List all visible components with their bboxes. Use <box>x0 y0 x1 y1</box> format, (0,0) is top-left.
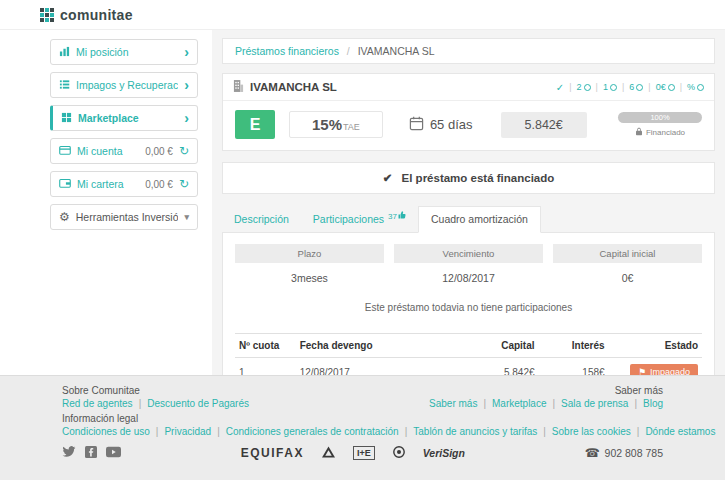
breadcrumb-current: IVAMANCHA SL <box>358 45 435 57</box>
footer-link-red-de-agentes[interactable]: Red de agentes <box>62 398 133 409</box>
loan-summary: E 15% TAE 65 días 5.842€ 100% <box>223 101 714 150</box>
separator: | <box>634 398 637 409</box>
stat-comments[interactable]: 2 <box>577 82 591 92</box>
sidebar-item-mi-cuenta[interactable]: Mi cuenta 0,00 € ↻ <box>50 138 198 164</box>
sidebar-item-label: Mi cuenta <box>77 145 139 157</box>
rate-box: 15% TAE <box>289 111 383 138</box>
footer-link-sala-de-prensa[interactable]: Sala de prensa <box>561 398 628 409</box>
stat-participants[interactable]: 6 <box>629 82 643 92</box>
youtube-icon[interactable] <box>106 446 121 460</box>
status-badge-impagado[interactable]: ⚑ Impagado <box>630 364 698 375</box>
grid-icon <box>61 112 72 125</box>
facebook-icon[interactable] <box>85 446 97 460</box>
sidebar-item-mi-posicion[interactable]: Mi posición › <box>50 39 198 65</box>
tab-participaciones[interactable]: Participaciones 37 <box>301 206 418 233</box>
progress-bar: 100% <box>618 112 702 123</box>
separator: | <box>622 82 624 92</box>
rate-label: TAE <box>343 122 360 132</box>
breadcrumb-link-prestamos[interactable]: Préstamos financieros <box>235 45 339 57</box>
footer-about-links: Red de agentes | Descuento de Pagarés <box>62 398 249 409</box>
no-participations-message: Este préstamo todavia no tiene participa… <box>235 302 702 313</box>
rating-badge: E <box>235 110 275 139</box>
footer-link-saber-mas[interactable]: Saber más <box>429 398 477 409</box>
sidebar-item-herramientas[interactable]: ⚙ Herramientas Inversión ▾ <box>50 204 198 230</box>
footer-link-blog[interactable]: Blog <box>643 398 663 409</box>
stat-icon <box>636 84 643 91</box>
footer-link-donde-estamos[interactable]: Dónde estamos <box>645 426 715 437</box>
check-icon[interactable]: ✓ <box>556 82 564 93</box>
content: Préstamos financieros / IVAMANCHA SL IVA… <box>212 30 725 375</box>
stat-rate[interactable]: % <box>687 82 704 92</box>
footer-more-title: Saber más <box>615 385 663 396</box>
tabs: Descripción Participaciones 37 Cuadro am… <box>222 206 715 233</box>
footer-link-privacidad[interactable]: Privacidad <box>164 426 211 437</box>
circle-logo <box>393 446 405 460</box>
separator: | <box>680 82 682 92</box>
partner-logos: EQUIFAX I+E VeriSign <box>241 446 465 460</box>
logo-text: comunitae <box>60 7 133 23</box>
sidebar-item-impagos[interactable]: Impagos y Recuperaciones › <box>50 72 198 98</box>
refresh-icon[interactable]: ↻ <box>179 145 189 157</box>
list-icon <box>59 79 70 92</box>
tab-cuadro-amortizacion[interactable]: Cuadro amortización <box>418 206 541 233</box>
amortization-table: Nº cuota Fecha devengo Capital Interés E… <box>235 333 702 375</box>
summary-header-vencimiento: Vencimiento <box>394 244 543 263</box>
comunitae-logo-icon <box>40 8 54 22</box>
separator: | <box>543 426 546 437</box>
chevron-right-icon: › <box>184 111 189 125</box>
footer-link-descuento-pagares[interactable]: Descuento de Pagarés <box>147 398 249 409</box>
account-balance: 0,00 € <box>145 146 173 157</box>
chart-icon <box>59 46 70 59</box>
funded-banner: ✔ El préstamo está financiado <box>222 162 715 194</box>
calendar-icon <box>409 116 424 134</box>
phone-contact[interactable]: ☎ 902 808 785 <box>585 446 663 460</box>
portfolio-balance: 0,00 € <box>145 179 173 190</box>
footer-link-condiciones-contratacion[interactable]: Condiciones generales de contratación <box>226 426 399 437</box>
footer-more-links: Saber más | Marketplace | Sala de prensa… <box>429 398 663 409</box>
chevron-down-icon: ▾ <box>184 213 189 222</box>
table-row: 1 12/08/2017 5.842€ 158€ ⚑ Impagado <box>235 358 702 376</box>
twitter-icon[interactable] <box>62 446 76 460</box>
cell-fecha: 12/08/2017 <box>296 358 445 376</box>
thumbs-up-icon <box>398 211 406 221</box>
loan-card-header: IVAMANCHA SL ✓ | 2 | 1 | 6 | 0€ | % <box>223 74 714 101</box>
building-icon <box>233 80 244 94</box>
summary-header-plazo: Plazo <box>235 244 384 263</box>
sidebar: Mi posición › Impagos y Recuperaciones ›… <box>0 30 212 375</box>
stat-icon <box>584 84 591 91</box>
social-icons <box>62 446 121 460</box>
loan-summary-table: Plazo 3meses Vencimiento 12/08/2017 Capi… <box>235 244 702 284</box>
funded-label: Financiado <box>646 128 685 137</box>
stat-questions[interactable]: 1 <box>603 82 617 92</box>
separator: | <box>483 398 486 409</box>
breadcrumb-separator: / <box>347 45 350 57</box>
top-bar: comunitae <box>0 0 725 30</box>
stat-remaining[interactable]: 0€ <box>656 82 675 92</box>
bank-card-icon <box>59 145 71 158</box>
footer-link-cookies[interactable]: Sobre las cookies <box>552 426 631 437</box>
footer-link-tablon-anuncios[interactable]: Tablón de anuncios y tarifas <box>413 426 537 437</box>
sidebar-item-mi-cartera[interactable]: Mi cartera 0,00 € ↻ <box>50 171 198 197</box>
separator: | <box>648 82 650 92</box>
refresh-icon[interactable]: ↻ <box>179 178 189 190</box>
separator: | <box>569 82 571 92</box>
lock-icon <box>635 127 643 138</box>
participaciones-count: 37 <box>388 212 397 221</box>
separator: | <box>552 398 555 409</box>
sidebar-item-marketplace[interactable]: Marketplace › <box>50 105 198 131</box>
cell-capital: 5.842€ <box>445 358 538 376</box>
sidebar-item-label: Herramientas Inversión <box>76 211 179 223</box>
summary-value-vencimiento: 12/08/2017 <box>394 263 543 284</box>
loan-stats: ✓ | 2 | 1 | 6 | 0€ | % <box>556 82 704 93</box>
term-value: 65 días <box>430 117 473 132</box>
ie-logo: I+E <box>353 446 375 460</box>
footer-link-condiciones-uso[interactable]: Condiciones de uso <box>62 426 150 437</box>
loan-card: IVAMANCHA SL ✓ | 2 | 1 | 6 | 0€ | % E <box>222 73 715 151</box>
footer-link-marketplace[interactable]: Marketplace <box>492 398 546 409</box>
progress: 100% Financiado <box>618 112 702 138</box>
tab-descripcion[interactable]: Descripción <box>222 206 301 233</box>
separator: | <box>596 82 598 92</box>
flag-icon: ⚑ <box>638 368 646 376</box>
phone-number: 902 808 785 <box>605 447 663 459</box>
logo[interactable]: comunitae <box>40 7 133 23</box>
